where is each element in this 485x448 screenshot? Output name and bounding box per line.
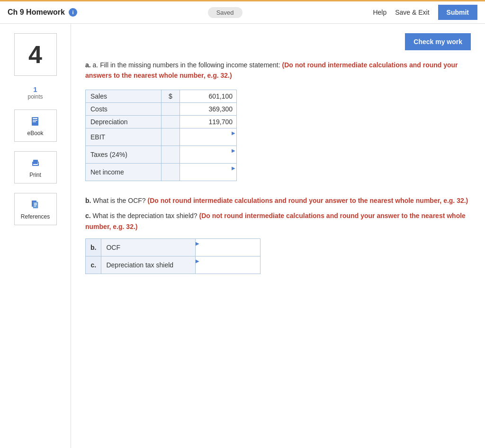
main-container: 4 1 points eBook [0,24,485,448]
ocf-input-cell[interactable]: ▶ [195,238,260,256]
page-header: Ch 9 Homework i Saved Help Save & Exit S… [0,0,485,24]
points-section: 1 points [27,85,43,100]
svg-rect-6 [33,164,38,165]
points-label: points [27,93,43,100]
part-a-label: a. [85,61,91,69]
ebit-label: EBIT [86,128,162,146]
references-icon [29,198,42,211]
ebit-triangle-icon: ▶ [232,130,235,136]
table-row: Sales $ 601,100 [86,90,237,102]
references-button[interactable]: References [14,193,57,225]
check-my-work-button[interactable]: Check my work [405,33,471,50]
header-center: Saved [77,7,373,18]
svg-rect-3 [33,121,36,122]
svg-rect-2 [33,120,37,121]
part-a-text: a. Fill in the missing numbers in the fo… [93,61,280,69]
dep-shield-desc-label: Depreciation tax shield [101,256,195,274]
ocf-desc-label: OCF [101,238,195,256]
part-c-question: c. What is the depreciation tax shield? … [85,210,471,232]
part-a-question: a. a. Fill in the missing numbers in the… [85,60,471,81]
table-row: Net income ▶ [86,163,237,181]
depreciation-symbol [161,115,180,128]
ebit-input-cell[interactable]: ▶ [180,128,237,146]
part-b-question: b. What is the OCF? (Do not round interm… [85,195,471,206]
svg-rect-10 [34,203,37,204]
ebook-button[interactable]: eBook [14,110,57,142]
print-label: Print [29,172,41,178]
table-row: b. OCF ▶ [86,238,260,256]
info-icon[interactable]: i [69,8,77,17]
header-right: Help Save & Exit Submit [373,5,477,20]
sales-label: Sales [86,90,162,102]
taxes-input[interactable] [180,154,236,163]
dep-shield-input[interactable] [196,264,260,274]
taxes-triangle-icon: ▶ [232,148,235,153]
ocf-triangle-icon: ▶ [196,241,199,246]
part-c-text: What is the depreciation tax shield? [93,212,198,219]
table-row: Depreciation 119,700 [86,115,237,128]
question-number: 4 [28,40,42,69]
net-income-triangle-icon: ▶ [232,165,235,171]
dep-shield-row-label: c. [86,256,101,274]
submit-button[interactable]: Submit [438,5,477,20]
part-bc-section: b. What is the OCF? (Do not round interm… [85,195,471,232]
print-button[interactable]: Print [14,151,57,183]
taxes-label: Taxes (24%) [86,146,162,163]
costs-label: Costs [86,102,162,115]
svg-rect-5 [33,160,38,162]
taxes-symbol [161,146,180,163]
svg-rect-4 [32,162,39,166]
svg-point-7 [37,163,38,164]
ocf-input[interactable] [196,247,260,256]
net-income-input-cell[interactable]: ▶ [180,163,237,181]
table-row: Costs 369,300 [86,102,237,115]
content-area: Check my work a. a. Fill in the missing … [71,24,485,448]
references-label: References [21,213,50,220]
depreciation-label: Depreciation [86,115,162,128]
dep-shield-input-cell[interactable]: ▶ [195,256,260,274]
ocf-row-label: b. [86,238,101,256]
sales-value: 601,100 [180,90,237,102]
part-c-label: c. [85,212,91,219]
net-income-symbol [161,163,180,181]
table-row: EBIT ▶ [86,128,237,146]
costs-symbol [161,102,180,115]
svg-rect-1 [33,118,37,119]
header-title-section: Ch 9 Homework i [8,8,77,17]
dep-shield-triangle-icon: ▶ [196,258,199,264]
help-link[interactable]: Help [373,9,386,16]
costs-value: 369,300 [180,102,237,115]
saved-badge: Saved [208,7,242,18]
part-b-emphasis: (Do not round intermediate calculations … [148,197,468,204]
table-row: Taxes (24%) ▶ [86,146,237,163]
taxes-input-cell[interactable]: ▶ [180,146,237,163]
part-b-label: b. [85,197,91,204]
income-statement-table: Sales $ 601,100 Costs 369,300 Depreciati… [85,90,237,181]
print-icon [29,156,42,170]
bottom-answers-table: b. OCF ▶ c. Depreciation tax shield ▶ [85,238,260,274]
question-number-box: 4 [14,33,57,76]
ebit-input[interactable] [180,136,236,146]
ebook-label: eBook [27,130,43,137]
points-value: 1 [27,85,43,93]
save-exit-link[interactable]: Save & Exit [395,9,429,16]
table-row: c. Depreciation tax shield ▶ [86,256,260,274]
net-income-input[interactable] [180,171,236,181]
net-income-label: Net income [86,163,162,181]
svg-rect-12 [34,206,36,207]
ebook-icon [29,115,42,128]
depreciation-value: 119,700 [180,115,237,128]
part-b-text: What is the OCF? [93,197,145,204]
svg-rect-11 [34,204,37,205]
dollar-symbol: $ [161,90,180,102]
page-title: Ch 9 Homework [8,8,65,17]
ebit-symbol [161,128,180,146]
sidebar: 4 1 points eBook [0,24,71,448]
